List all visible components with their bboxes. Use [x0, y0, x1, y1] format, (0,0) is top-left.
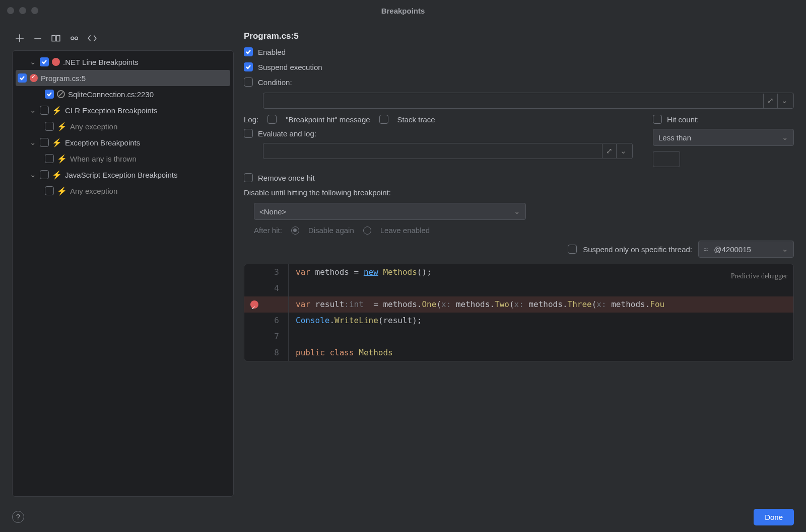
log-stack-label: Stack trace [397, 115, 435, 124]
item-checkbox[interactable] [18, 73, 27, 83]
tree-item[interactable]: ⚡ Any exception [13, 118, 233, 134]
code-line: 3var methods = new Methods(); [244, 264, 793, 280]
lightning-icon: ⚡ [52, 138, 62, 147]
suspend-thread-checkbox[interactable] [568, 245, 577, 254]
chevron-down-icon: ⌄ [29, 57, 37, 66]
remove-once-label: Remove once hit [258, 174, 315, 182]
enabled-label: Enabled [258, 48, 286, 56]
suspend-label: Suspend execution [258, 63, 322, 71]
suspend-checkbox[interactable] [244, 62, 253, 71]
hitcount-value-input[interactable] [653, 151, 680, 167]
expand-icon[interactable]: ⤢ [602, 144, 616, 158]
group-checkbox[interactable] [40, 57, 49, 66]
thread-select[interactable]: ≈ @4200015 ⌄ [698, 241, 794, 258]
group-label: .NET Line Breakpoints [63, 58, 139, 66]
breakpoint-icon [52, 58, 60, 66]
code-line: 8public class Methods [244, 345, 793, 361]
group-label: Exception Breakpoints [65, 138, 140, 147]
close-dot[interactable] [7, 7, 14, 14]
eval-checkbox[interactable] [244, 129, 253, 138]
suspend-thread-label: Suspend only on specific thread: [583, 245, 692, 254]
predictive-debugger-label[interactable]: Predictive debugger [731, 268, 787, 284]
titlebar: Breakpoints [0, 0, 806, 21]
code-line: 4 [244, 280, 793, 296]
tree-toolbar [12, 31, 234, 46]
chevron-down-icon[interactable]: ⌄ [777, 94, 791, 108]
code-icon[interactable] [88, 34, 97, 44]
condition-label: Condition: [258, 78, 292, 87]
thread-icon: ≈ [704, 245, 708, 254]
item-label: Program.cs:5 [41, 74, 86, 83]
item-label: Any exception [70, 187, 117, 195]
hitcount-op-select[interactable]: Less than ⌄ [653, 129, 794, 146]
chevron-down-icon: ⌄ [782, 133, 788, 142]
item-checkbox[interactable] [45, 186, 54, 195]
log-bphit-label: "Breakpoint hit" message [286, 115, 370, 124]
after-hit-leave-label: Leave enabled [380, 226, 430, 235]
chevron-down-icon: ⌄ [514, 207, 520, 216]
breakpoint-tree[interactable]: ⌄ .NET Line Breakpoints Program.cs:5 Sql… [12, 50, 234, 497]
log-stack-checkbox[interactable] [379, 115, 388, 124]
after-hit-disable-label: Disable again [308, 226, 354, 235]
group-label: JavaScript Exception Breakpoints [65, 171, 177, 179]
hitcount-label: Hit count: [667, 115, 699, 124]
enabled-checkbox[interactable] [244, 47, 253, 56]
remove-icon[interactable] [33, 34, 42, 44]
add-icon[interactable] [15, 34, 24, 44]
item-label: When any is thrown [70, 155, 137, 163]
item-label: Any exception [70, 122, 117, 131]
tree-group[interactable]: ⌄ ⚡ JavaScript Exception Breakpoints [13, 167, 233, 183]
group-checkbox[interactable] [40, 138, 49, 147]
lightning-icon: ⚡ [57, 154, 67, 164]
disable-until-select[interactable]: <None> ⌄ [254, 203, 526, 220]
svg-rect-1 [56, 35, 60, 41]
min-dot[interactable] [19, 7, 26, 14]
group-by-file-icon[interactable] [51, 34, 60, 44]
tree-item[interactable]: ⚡ When any is thrown [13, 150, 233, 167]
code-line: 7 [244, 329, 793, 345]
expand-icon[interactable]: ⤢ [763, 94, 777, 108]
svg-point-3 [75, 37, 78, 40]
tree-group[interactable]: ⌄ .NET Line Breakpoints [13, 54, 233, 70]
after-hit-label: After hit: [254, 226, 282, 235]
tree-group[interactable]: ⌄ ⚡ CLR Exception Breakpoints [13, 102, 233, 118]
lightning-icon: ⚡ [57, 186, 67, 196]
condition-input[interactable]: ⤢ ⌄ [263, 93, 794, 109]
group-checkbox[interactable] [40, 106, 49, 115]
item-checkbox[interactable] [45, 122, 54, 131]
eval-label: Evaluate and log: [258, 129, 316, 138]
code-line: var result:int = methods.One(x: methods.… [244, 296, 793, 313]
view-options-icon[interactable] [70, 34, 79, 44]
help-icon[interactable]: ? [12, 511, 24, 523]
lightning-icon: ⚡ [57, 122, 67, 131]
eval-input[interactable]: ⤢ ⌄ [263, 143, 633, 159]
lightning-icon: ⚡ [52, 106, 62, 115]
done-button[interactable]: Done [754, 509, 794, 525]
item-checkbox[interactable] [45, 154, 54, 163]
chevron-down-icon[interactable]: ⌄ [616, 144, 630, 158]
chevron-down-icon: ⌄ [782, 245, 788, 254]
lightning-icon: ⚡ [52, 170, 62, 180]
detail-title: Program.cs:5 [244, 31, 794, 41]
max-dot[interactable] [31, 7, 38, 14]
breakpoint-disabled-icon [57, 90, 65, 98]
item-checkbox[interactable] [45, 90, 54, 99]
chevron-down-icon: ⌄ [29, 170, 37, 179]
group-checkbox[interactable] [40, 170, 49, 179]
hitcount-checkbox[interactable] [653, 115, 662, 124]
tree-item[interactable]: ⚡ Any exception [13, 183, 233, 199]
log-bphit-checkbox[interactable] [267, 115, 277, 124]
breakpoint-gutter-icon[interactable] [250, 300, 258, 309]
tree-group[interactable]: ⌄ ⚡ Exception Breakpoints [13, 134, 233, 150]
after-hit-leave-radio[interactable] [363, 226, 371, 235]
window-title: Breakpoints [381, 7, 425, 15]
tree-item[interactable]: SqliteConnection.cs:2230 [13, 86, 233, 102]
chevron-down-icon: ⌄ [29, 138, 37, 147]
condition-checkbox[interactable] [244, 78, 253, 87]
disable-until-label: Disable until hitting the following brea… [244, 188, 794, 197]
tree-item[interactable]: Program.cs:5 [16, 70, 230, 86]
chevron-down-icon: ⌄ [29, 106, 37, 115]
after-hit-disable-radio[interactable] [291, 226, 299, 235]
svg-point-2 [71, 37, 74, 40]
remove-once-checkbox[interactable] [244, 173, 253, 182]
